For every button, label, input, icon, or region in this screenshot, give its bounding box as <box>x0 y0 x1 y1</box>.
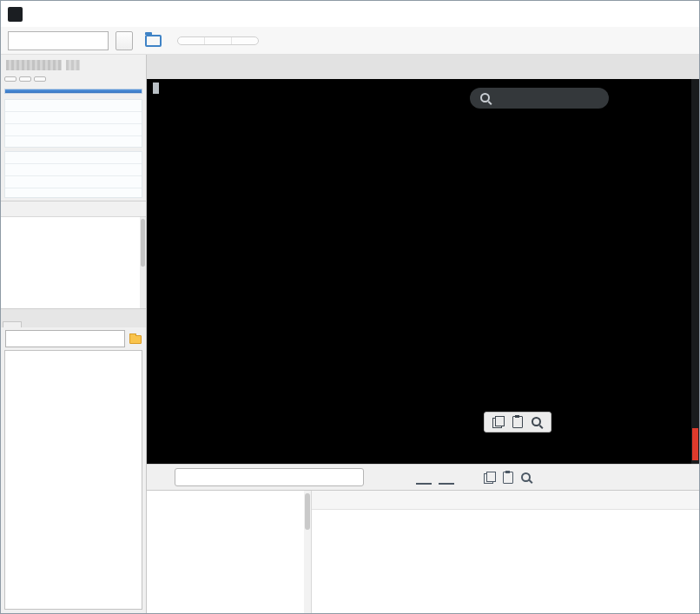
scroll-thumb[interactable] <box>692 428 698 460</box>
file-table-header-row <box>312 491 699 510</box>
download-icon[interactable] <box>416 470 432 485</box>
transfer-tab-bar <box>1 308 146 327</box>
search-icon <box>479 92 492 104</box>
maximize-button[interactable] <box>633 1 666 27</box>
open-download-folder-icon[interactable] <box>129 335 142 344</box>
sidebar <box>1 55 147 613</box>
window-body <box>1 55 699 613</box>
copy-icon[interactable] <box>484 472 496 484</box>
terminal-search-overlay[interactable] <box>470 88 609 109</box>
process-col-cpu[interactable] <box>45 89 78 93</box>
menu-help[interactable] <box>232 37 258 44</box>
detect-button[interactable] <box>116 31 133 50</box>
system-stats <box>1 83 146 86</box>
download-path-combo[interactable] <box>5 330 125 347</box>
process-manager-button[interactable] <box>4 76 17 82</box>
copy-icon[interactable] <box>492 416 505 428</box>
history-button[interactable] <box>153 476 168 479</box>
window-controls <box>600 1 699 27</box>
minimize-button[interactable] <box>600 1 633 27</box>
search-icon[interactable] <box>520 472 532 484</box>
search-icon[interactable] <box>531 416 543 428</box>
process-col-command[interactable] <box>78 89 142 93</box>
tree-scrollbar[interactable] <box>304 491 311 613</box>
download-path-row <box>1 327 146 350</box>
speed-test-button[interactable] <box>19 76 31 82</box>
finalshell-window <box>0 0 700 614</box>
connection-combo[interactable] <box>8 31 109 50</box>
file-table <box>312 491 699 613</box>
tab-transfer[interactable] <box>3 321 22 327</box>
terminal[interactable] <box>147 79 699 464</box>
disk-scrollbar[interactable] <box>140 217 146 308</box>
menu-bar <box>177 36 259 45</box>
directory-tree <box>147 491 312 613</box>
close-button[interactable] <box>666 1 699 27</box>
ping-graph <box>4 151 142 198</box>
prompt-line <box>153 83 699 96</box>
server-name-redacted <box>66 60 80 70</box>
paste-icon[interactable] <box>512 416 523 428</box>
session-tab-bar <box>147 55 699 79</box>
server-row <box>1 55 146 76</box>
terminal-cursor <box>153 83 159 94</box>
paste-icon[interactable] <box>503 472 513 484</box>
server-name-redacted <box>6 60 62 70</box>
open-folder-icon[interactable] <box>145 35 162 47</box>
process-col-memory[interactable] <box>5 89 45 93</box>
menu-file[interactable] <box>178 37 205 44</box>
menu-options[interactable] <box>205 37 232 44</box>
sidebar-buttons <box>1 76 146 83</box>
process-table <box>4 89 142 94</box>
titlebar[interactable] <box>1 1 699 27</box>
disk-table <box>1 201 146 308</box>
main-toolbar <box>1 27 699 55</box>
path-input[interactable] <box>175 468 364 486</box>
network-graph <box>4 99 142 148</box>
file-browser <box>147 490 699 613</box>
disk-table-header[interactable] <box>1 201 146 217</box>
selection-popup[interactable] <box>484 412 551 432</box>
transfer-list[interactable] <box>4 350 142 610</box>
app-icon <box>8 7 23 22</box>
process-table-header[interactable] <box>5 89 142 93</box>
main-area <box>147 55 699 613</box>
detect-button-sidebar[interactable] <box>34 76 46 82</box>
terminal-scrollbar[interactable] <box>691 79 699 464</box>
file-toolbar <box>147 464 699 490</box>
upload-icon[interactable] <box>439 470 454 485</box>
